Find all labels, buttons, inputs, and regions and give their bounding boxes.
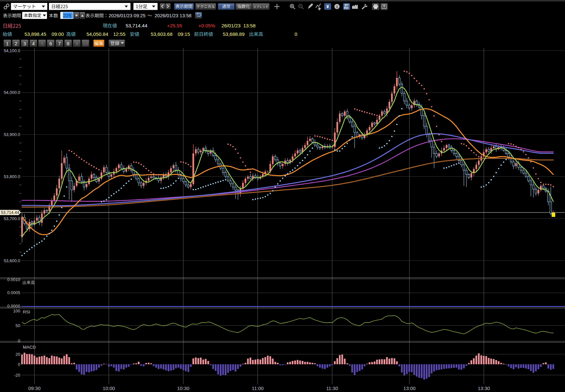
svg-text:9: 9 <box>75 41 78 46</box>
svg-text:54,050.84: 54,050.84 <box>86 31 108 37</box>
svg-text:11:00: 11:00 <box>252 385 264 391</box>
svg-text:0.0005: 0.0005 <box>7 290 20 295</box>
svg-text:53,714.44: 53,714.44 <box>126 23 147 28</box>
svg-text:10:00: 10:00 <box>103 385 115 391</box>
svg-text:+0.05%: +0.05% <box>198 23 215 28</box>
svg-text:53,600.0: 53,600.0 <box>4 258 20 263</box>
svg-text:09:15: 09:15 <box>178 31 190 37</box>
svg-text:53,603.68: 53,603.68 <box>151 31 173 37</box>
svg-text:50: 50 <box>16 323 20 328</box>
svg-text:54,000.0: 54,000.0 <box>4 90 20 95</box>
svg-text:10: 10 <box>83 41 88 46</box>
svg-text:53,900.0: 53,900.0 <box>4 132 20 137</box>
svg-text:6: 6 <box>49 41 52 46</box>
svg-text:i: i <box>336 4 338 9</box>
svg-text:54,100.0: 54,100.0 <box>4 48 20 53</box>
svg-text:53,700.0: 53,700.0 <box>4 216 20 221</box>
svg-text:0.0010: 0.0010 <box>7 277 20 282</box>
svg-text:100: 100 <box>13 309 20 313</box>
svg-text:2026/01/23 13:58: 2026/01/23 13:58 <box>155 13 191 18</box>
svg-text:0: 0 <box>18 362 20 367</box>
svg-text:+25.55: +25.55 <box>167 23 182 28</box>
svg-text:MY: MY <box>344 3 349 7</box>
svg-text:2: 2 <box>15 41 17 46</box>
svg-text:0.0000: 0.0000 <box>7 304 20 309</box>
svg-text:53,688.89: 53,688.89 <box>223 31 245 37</box>
svg-text:20: 20 <box>16 352 20 357</box>
svg-text:225: 225 <box>63 13 71 18</box>
svg-text:3: 3 <box>23 41 26 46</box>
svg-text:53,800.0: 53,800.0 <box>4 174 20 179</box>
svg-text:11:30: 11:30 <box>326 385 338 391</box>
svg-text:1: 1 <box>6 41 8 46</box>
svg-text:13:30: 13:30 <box>478 385 490 391</box>
svg-text:RSI: RSI <box>23 309 30 314</box>
svg-text:10:30: 10:30 <box>177 385 190 391</box>
svg-text:13:00: 13:00 <box>403 385 416 391</box>
svg-text:2026/01/23 09:25: 2026/01/23 09:25 <box>109 13 145 18</box>
svg-text:0: 0 <box>295 31 297 37</box>
svg-text:4: 4 <box>32 41 35 46</box>
svg-text:53,714.44: 53,714.44 <box>1 210 19 215</box>
svg-text:12:55: 12:55 <box>113 31 126 37</box>
svg-text:5: 5 <box>41 41 43 46</box>
svg-text:26/01/23 13:58: 26/01/23 13:58 <box>221 23 255 28</box>
svg-text:¥: ¥ <box>327 4 329 9</box>
svg-text:8: 8 <box>67 41 69 46</box>
svg-text:-20: -20 <box>14 373 20 378</box>
svg-text:53,898.45: 53,898.45 <box>24 31 46 37</box>
svg-text:0: 0 <box>18 339 20 343</box>
svg-text:09:00: 09:00 <box>52 31 64 37</box>
svg-text:09:30: 09:30 <box>28 385 41 391</box>
svg-text:MACD: MACD <box>23 345 36 350</box>
svg-text:7: 7 <box>58 41 61 46</box>
